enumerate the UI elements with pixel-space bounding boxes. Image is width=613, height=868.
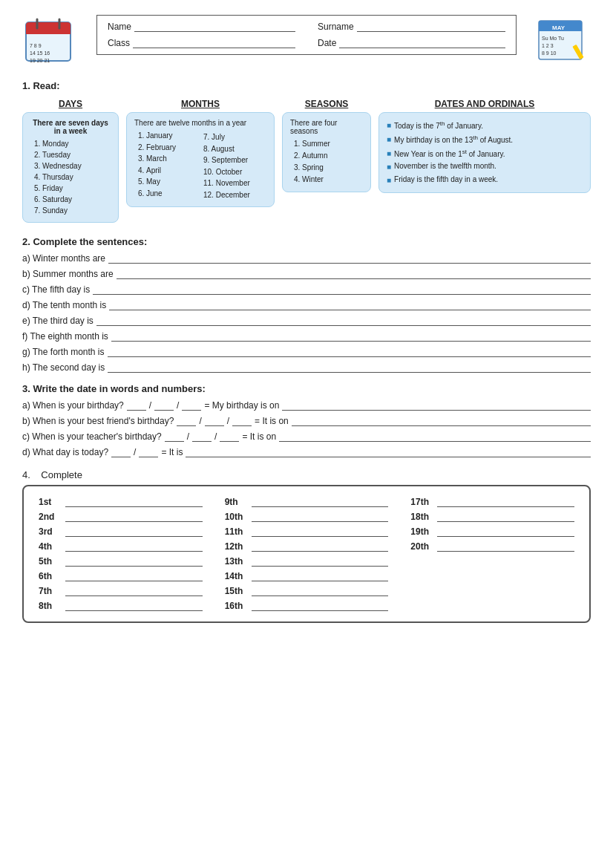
ordinal-answer[interactable] bbox=[252, 497, 389, 507]
question-d: d) What day is today? / = It is bbox=[22, 447, 591, 457]
months-col2: 7. July 8. August 9. September 10. Octob… bbox=[203, 130, 266, 200]
answer-line[interactable] bbox=[93, 284, 591, 295]
ordinal-row: 5th bbox=[39, 556, 203, 567]
months-col-header: MONTHS bbox=[126, 99, 275, 109]
seasons-box: There are four seasons Summer Autumn Spr… bbox=[282, 112, 371, 192]
question-a: a) When is your birthday? / / = My birth… bbox=[22, 400, 591, 411]
ordinal-row: 12th bbox=[225, 541, 389, 552]
ordinal-row: 8th bbox=[39, 601, 203, 611]
ordinal-row: 20th bbox=[410, 541, 574, 552]
ordinal-label: 2nd bbox=[39, 512, 62, 522]
ordinal-row: 11th bbox=[225, 526, 389, 537]
equals: = It is bbox=[161, 447, 183, 457]
ordinal-answer[interactable] bbox=[65, 497, 203, 507]
ordinal-label: 18th bbox=[410, 512, 434, 522]
sentence-text: a) Winter months are bbox=[22, 253, 105, 264]
date-slot[interactable] bbox=[220, 431, 239, 442]
ordinal-answer[interactable] bbox=[437, 526, 574, 537]
ordinal-label: 17th bbox=[410, 497, 434, 507]
sentence-text: e) The third day is bbox=[22, 316, 94, 326]
list-item: June bbox=[146, 188, 197, 200]
months-grid: January February March April May June 7.… bbox=[134, 130, 266, 200]
date-slot[interactable] bbox=[165, 431, 184, 442]
separator: / bbox=[227, 416, 229, 426]
answer-line[interactable] bbox=[108, 253, 591, 264]
ordinal-row-empty bbox=[410, 571, 574, 581]
date-slot[interactable] bbox=[182, 400, 201, 411]
svg-text:Su Mo Tu: Su Mo Tu bbox=[542, 36, 564, 41]
dates-item: Today is the 7th of January. bbox=[394, 119, 483, 133]
list-item: February bbox=[146, 142, 197, 154]
date-slot[interactable] bbox=[127, 400, 146, 411]
sentence-f: f) The eighth month is bbox=[22, 331, 591, 342]
answer-line[interactable] bbox=[111, 331, 591, 342]
date-slot[interactable] bbox=[205, 416, 224, 426]
answer-line[interactable] bbox=[108, 362, 591, 373]
answer-line[interactable] bbox=[292, 416, 591, 426]
list-item: Tuesday bbox=[42, 149, 111, 160]
ordinal-answer[interactable] bbox=[437, 512, 574, 522]
ordinal-row: 6th bbox=[39, 571, 203, 581]
ordinal-label: 19th bbox=[410, 526, 434, 537]
ordinal-row: 2nd bbox=[39, 512, 203, 522]
ordinal-answer[interactable] bbox=[437, 541, 574, 552]
svg-rect-2 bbox=[26, 30, 71, 34]
ordinal-row: 10th bbox=[225, 512, 389, 522]
separator: / bbox=[177, 400, 179, 411]
list-item: Autumn bbox=[302, 150, 363, 162]
ordinal-answer[interactable] bbox=[252, 571, 389, 581]
ordinal-answer[interactable] bbox=[65, 512, 203, 522]
ordinal-answer[interactable] bbox=[65, 571, 203, 581]
separator: / bbox=[134, 447, 136, 457]
answer-line[interactable] bbox=[282, 400, 591, 411]
answer-line[interactable] bbox=[109, 300, 591, 310]
ordinal-answer[interactable] bbox=[65, 601, 203, 611]
answer-line[interactable] bbox=[108, 347, 591, 357]
read-section: 1. Read: DAYS MONTHS SEASONS DATES AND O… bbox=[22, 80, 591, 223]
date-slot[interactable] bbox=[232, 416, 252, 426]
ordinal-row: 19th bbox=[410, 526, 574, 537]
date-slot[interactable] bbox=[192, 431, 212, 442]
ordinal-answer[interactable] bbox=[252, 541, 389, 552]
ordinal-answer[interactable] bbox=[65, 541, 203, 552]
ordinal-answer[interactable] bbox=[252, 601, 389, 611]
list-item: Friday bbox=[42, 183, 111, 194]
ordinal-answer[interactable] bbox=[65, 556, 203, 567]
ordinal-label: 20th bbox=[410, 541, 434, 552]
date-slot[interactable] bbox=[177, 416, 196, 426]
date-slot[interactable] bbox=[111, 447, 131, 457]
answer-line[interactable] bbox=[186, 447, 591, 457]
ordinal-answer[interactable] bbox=[252, 556, 389, 567]
ordinal-answer[interactable] bbox=[65, 526, 203, 537]
bullet-icon: ■ bbox=[387, 161, 391, 174]
ordinal-answer[interactable] bbox=[252, 586, 389, 596]
class-row: Class Date bbox=[108, 38, 505, 48]
ordinal-answer[interactable] bbox=[252, 512, 389, 522]
columns-row: There are seven days in a week Monday Tu… bbox=[22, 112, 591, 223]
date-slot[interactable] bbox=[154, 400, 174, 411]
question-c: c) When is your teacher's birthday? / / … bbox=[22, 431, 591, 442]
surname-line bbox=[357, 22, 505, 32]
seasons-col-header: SEASONS bbox=[282, 99, 371, 109]
list-item: Sunday bbox=[42, 205, 111, 216]
svg-text:1  2  3: 1 2 3 bbox=[542, 43, 554, 48]
date-slot[interactable] bbox=[139, 447, 158, 457]
ordinal-row: 9th bbox=[225, 497, 389, 507]
section4-title: Complete bbox=[41, 469, 82, 480]
answer-line[interactable] bbox=[117, 269, 591, 279]
list-item: April bbox=[146, 165, 197, 177]
equals: = My birthday is on bbox=[204, 400, 279, 411]
surname-label: Surname bbox=[318, 22, 354, 32]
ordinal-answer[interactable] bbox=[65, 586, 203, 596]
months-intro: There are twelve months in a year bbox=[134, 119, 266, 127]
answer-line[interactable] bbox=[96, 316, 591, 326]
list-item: Monday bbox=[42, 138, 111, 149]
ordinal-label: 8th bbox=[39, 601, 62, 611]
ordinal-answer[interactable] bbox=[252, 526, 389, 537]
seasons-list: Summer Autumn Spring Winter bbox=[290, 138, 363, 186]
student-info-form: Name Surname Class Date bbox=[96, 15, 517, 55]
answer-line[interactable] bbox=[279, 431, 591, 442]
list-item: Wednesday bbox=[42, 160, 111, 172]
ordinal-label: 13th bbox=[225, 556, 249, 567]
ordinal-answer[interactable] bbox=[437, 497, 574, 507]
